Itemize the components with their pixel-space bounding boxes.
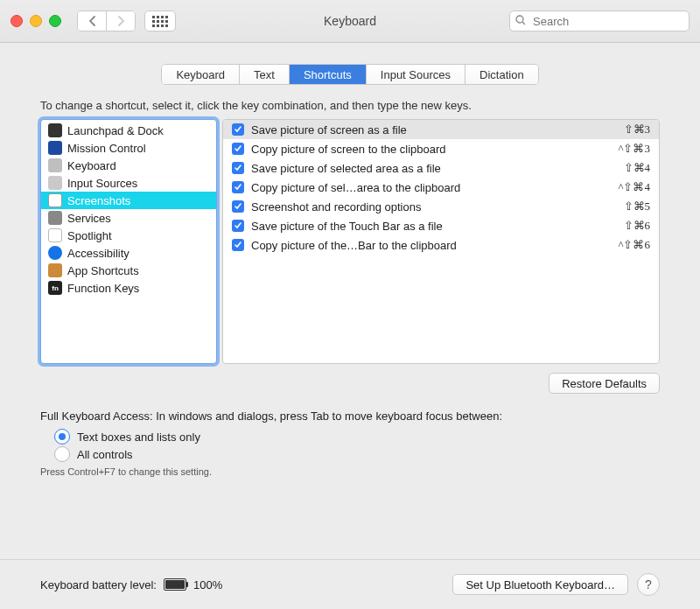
tab-bar: KeyboardTextShortcutsInput SourcesDictat… (0, 64, 700, 85)
category-label: Mission Control (67, 142, 146, 155)
grid-icon (152, 16, 168, 27)
show-all-button[interactable] (144, 10, 176, 32)
shortcut-key: ^⇧⌘4 (618, 180, 650, 194)
tab-keyboard[interactable]: Keyboard (162, 65, 239, 84)
checkbox[interactable] (232, 200, 244, 213)
checkbox[interactable] (232, 162, 244, 174)
category-function-keys[interactable]: fnFunction Keys (41, 279, 216, 297)
input-icon (48, 176, 62, 190)
category-pane: Launchpad & DockMission ControlKeyboardI… (40, 119, 217, 364)
category-label: Accessibility (67, 247, 130, 260)
launchpad-icon (48, 123, 62, 137)
shortcut-row[interactable]: Screenshot and recording options⇧⌘5 (223, 197, 659, 216)
shortcut-row[interactable]: Save picture of screen as a file⇧⌘3 (223, 120, 659, 139)
shortcut-label: Copy picture of sel…area to the clipboar… (251, 181, 611, 194)
restore-defaults-button[interactable]: Restore Defaults (549, 373, 660, 394)
shortcut-row[interactable]: Save picture of the Touch Bar as a file⇧… (223, 216, 659, 235)
category-app-shortcuts[interactable]: App Shortcuts (41, 262, 216, 279)
radio-off-icon (54, 446, 70, 462)
fn-icon: fn (48, 281, 62, 295)
radio-label: All controls (77, 448, 133, 461)
minimize-window-button[interactable] (30, 15, 42, 27)
category-spotlight[interactable]: Spotlight (41, 227, 216, 244)
shortcut-key: ⇧⌘4 (624, 161, 651, 175)
category-accessibility[interactable]: Accessibility (41, 244, 216, 262)
shortcut-key: ⇧⌘3 (624, 122, 651, 136)
shortcut-label: Copy picture of screen to the clipboard (251, 143, 611, 156)
radio-text-boxes-only[interactable]: Text boxes and lists only (54, 428, 660, 445)
window-controls (10, 15, 61, 27)
category-label: Screenshots (67, 194, 130, 207)
shortcut-row[interactable]: Copy picture of the…Bar to the clipboard… (223, 235, 659, 255)
checkbox[interactable] (232, 143, 244, 155)
category-services[interactable]: Services (41, 209, 216, 227)
nav-segment (77, 10, 136, 32)
search-icon (515, 15, 526, 25)
shortcut-label: Save picture of the Touch Bar as a file (251, 220, 617, 233)
category-screenshots[interactable]: Screenshots (41, 192, 216, 209)
radio-on-icon (54, 429, 70, 444)
instruction-text: To change a shortcut, select it, click t… (40, 99, 660, 112)
checkbox[interactable] (232, 220, 244, 232)
radio-all-controls[interactable]: All controls (54, 445, 660, 463)
help-button[interactable]: ? (637, 573, 660, 596)
kbd-access-heading: Full Keyboard Access: In windows and dia… (40, 410, 660, 423)
tab-dictation[interactable]: Dictation (465, 65, 538, 84)
shortcut-key: ⇧⌘6 (624, 219, 651, 233)
battery-percent: 100% (193, 578, 222, 592)
shortcut-label: Save picture of selected area as a file (251, 162, 617, 175)
tab-text[interactable]: Text (239, 65, 289, 84)
svg-point-0 (516, 16, 523, 23)
screen-icon (48, 193, 62, 207)
search-wrap (509, 10, 690, 32)
shortcut-row[interactable]: Copy picture of sel…area to the clipboar… (223, 178, 659, 197)
shortcut-key: ^⇧⌘3 (618, 142, 650, 156)
back-button[interactable] (78, 11, 106, 31)
checkbox[interactable] (232, 181, 244, 193)
checkbox[interactable] (232, 123, 244, 136)
app-icon (48, 263, 62, 277)
checkbox[interactable] (232, 239, 244, 251)
keyboard-icon (48, 158, 62, 172)
tab-input-sources[interactable]: Input Sources (366, 65, 465, 84)
svg-line-1 (522, 22, 525, 24)
window-title: Keyboard (324, 14, 376, 28)
shortcut-label: Copy picture of the…Bar to the clipboard (251, 239, 611, 252)
category-keyboard[interactable]: Keyboard (41, 157, 216, 174)
kbd-access-hint: Press Control+F7 to change this setting. (40, 466, 660, 477)
shortcut-row[interactable]: Save picture of selected area as a file⇧… (223, 158, 659, 178)
access-icon (48, 246, 62, 260)
mission-icon (48, 141, 62, 155)
shortcut-key: ⇧⌘5 (624, 200, 651, 214)
zoom-window-button[interactable] (49, 15, 61, 27)
category-label: Keyboard (67, 159, 116, 172)
shortcut-label: Screenshot and recording options (251, 200, 617, 214)
forward-button[interactable] (106, 11, 135, 31)
setup-bluetooth-button[interactable]: Set Up Bluetooth Keyboard… (452, 574, 628, 595)
category-label: Spotlight (67, 229, 112, 242)
chevron-right-icon (117, 16, 125, 26)
shortcut-label: Save picture of screen as a file (251, 123, 617, 136)
category-mission-control[interactable]: Mission Control (41, 139, 216, 157)
search-input[interactable] (509, 10, 690, 32)
close-window-button[interactable] (10, 15, 23, 27)
shortcut-pane: Save picture of screen as a file⇧⌘3Copy … (222, 119, 660, 364)
tab-shortcuts[interactable]: Shortcuts (289, 65, 366, 84)
battery-label: Keyboard battery level: (40, 578, 157, 592)
category-label: Launchpad & Dock (67, 124, 164, 137)
category-input-sources[interactable]: Input Sources (41, 174, 216, 192)
battery-icon (164, 578, 186, 591)
category-label: App Shortcuts (67, 264, 139, 277)
titlebar: Keyboard (0, 0, 700, 43)
shortcut-key: ^⇧⌘6 (618, 238, 650, 252)
radio-label: Text boxes and lists only (77, 430, 200, 444)
services-icon (48, 211, 62, 225)
category-launchpad-dock[interactable]: Launchpad & Dock (41, 122, 216, 139)
spotlight-icon (48, 228, 62, 242)
chevron-left-icon (88, 16, 96, 26)
footer: Keyboard battery level: 100% Set Up Blue… (0, 559, 700, 609)
category-label: Input Sources (67, 177, 137, 190)
category-label: Function Keys (67, 282, 139, 295)
category-label: Services (67, 212, 111, 225)
shortcut-row[interactable]: Copy picture of screen to the clipboard^… (223, 139, 659, 158)
